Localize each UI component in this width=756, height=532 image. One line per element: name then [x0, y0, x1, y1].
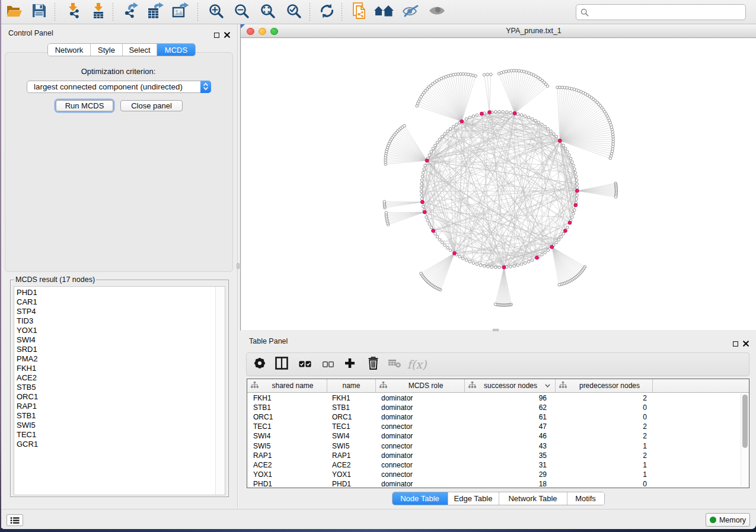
table-cell: 29 — [465, 470, 556, 479]
zoom-in-button[interactable] — [206, 2, 225, 21]
import-network-button[interactable] — [63, 2, 82, 21]
column-header-successor-nodes[interactable]: successor nodes — [465, 379, 556, 392]
mcds-result-item[interactable]: STB1 — [17, 411, 38, 421]
mcds-result-item[interactable]: ACE2 — [17, 373, 38, 383]
shared-column-icon — [468, 382, 476, 390]
mcds-result-item[interactable]: CAR1 — [17, 297, 38, 307]
memory-status-icon — [710, 517, 716, 523]
search-input[interactable] — [576, 4, 746, 20]
window-zoom-button[interactable] — [270, 28, 278, 36]
zoom-selected-button[interactable] — [284, 2, 303, 21]
show-eye-button[interactable] — [428, 2, 446, 21]
save-session-button[interactable] — [30, 2, 49, 21]
window-close-button[interactable] — [247, 28, 254, 36]
mcds-result-item[interactable]: YOX1 — [17, 326, 38, 335]
table-cell: 43 — [465, 442, 556, 450]
mcds-list-scrollbar[interactable] — [215, 287, 225, 495]
table-tab-edge-table[interactable]: Edge Table — [448, 492, 499, 505]
table-row[interactable]: RAP1RAP1dominator352 — [247, 451, 749, 460]
add-column-button[interactable] — [341, 355, 359, 373]
table-options-button[interactable] — [251, 355, 269, 373]
table-row[interactable]: SWI4SWI4dominator462 — [247, 431, 749, 441]
table-row[interactable]: YOX1YOX1connector291 — [247, 470, 749, 479]
close-icon[interactable] — [743, 338, 749, 349]
column-header-predecessor-nodes[interactable]: predecessor nodes — [556, 379, 653, 392]
column-header-name[interactable]: name — [327, 379, 376, 392]
optimization-criterion-label: Optimization criterion: — [0, 67, 237, 76]
mcds-result-item[interactable]: STB5 — [17, 383, 38, 392]
table-row[interactable]: TEC1TEC1connector472 — [247, 422, 749, 431]
network-window-title: YPA_prune.txt_1 — [474, 27, 593, 35]
deselect-all-button[interactable] — [319, 355, 337, 373]
table-row[interactable]: SWI5SWI5connector431 — [247, 441, 749, 450]
table-tab-motifs[interactable]: Motifs — [567, 492, 604, 505]
show-columns-button[interactable] — [273, 355, 291, 373]
refresh-button[interactable] — [317, 2, 336, 21]
mcds-result-item[interactable]: STP4 — [17, 307, 38, 316]
table-tab-node-table[interactable]: Node Table — [393, 492, 448, 505]
plus-icon — [344, 358, 355, 371]
table-row[interactable]: ACE2ACE2connector311 — [247, 460, 749, 470]
table-row[interactable]: ORC1ORC1dominator610 — [247, 412, 749, 422]
zoom-fit-button[interactable] — [258, 2, 277, 21]
network-canvas[interactable] — [241, 39, 756, 330]
export-image-button[interactable] — [171, 2, 190, 21]
optimization-criterion-select[interactable]: largest connected component (undirected) — [27, 81, 211, 93]
mcds-result-item[interactable]: ORC1 — [17, 392, 38, 402]
table-cell: 0 — [556, 403, 653, 412]
mcds-result-item[interactable]: FKH1 — [17, 364, 38, 373]
column-header-shared-name[interactable]: shared name — [247, 379, 327, 392]
close-icon[interactable] — [224, 30, 230, 40]
column-header-MCDS-role[interactable]: MCDS role — [376, 379, 465, 392]
task-history-button[interactable] — [7, 514, 23, 526]
table-tab-network-table[interactable]: Network Table — [499, 492, 567, 505]
memory-button[interactable]: Memory — [706, 513, 750, 527]
control-tab-style[interactable]: Style — [91, 44, 123, 56]
main-toolbar — [0, 0, 756, 24]
zoom-out-button[interactable] — [232, 2, 251, 21]
table-cell: dominator — [376, 403, 465, 412]
mcds-result-item[interactable]: GCR1 — [17, 440, 38, 449]
manage-apps-button[interactable] — [350, 2, 369, 21]
show-all-button[interactable] — [374, 2, 393, 21]
table-cell: YOX1 — [327, 470, 376, 479]
table-row[interactable]: PHD1PHD1dominator180 — [247, 479, 749, 488]
docs-share-icon — [352, 2, 368, 22]
float-icon[interactable] — [214, 30, 219, 40]
run-mcds-button[interactable]: Run MCDS — [56, 100, 113, 111]
table-scrollbar-thumb[interactable] — [742, 395, 748, 448]
mcds-result-item[interactable]: RAP1 — [17, 402, 38, 411]
table-cell: SWI4 — [327, 432, 376, 440]
node-table-rows: FKH1FKH1dominator962STB1STB1dominator620… — [247, 393, 749, 488]
table-row[interactable]: FKH1FKH1dominator962 — [247, 393, 749, 403]
open-file-button[interactable] — [5, 2, 24, 21]
table-row[interactable]: STB1STB1dominator620 — [247, 403, 749, 412]
mcds-result-item[interactable]: PHD1 — [17, 288, 38, 297]
window-minimize-button[interactable] — [259, 28, 266, 36]
delete-column-button[interactable] — [364, 355, 382, 373]
mcds-result-item[interactable]: SWI5 — [17, 421, 38, 430]
control-tab-network[interactable]: Network — [48, 44, 91, 56]
select-all-button[interactable] — [296, 355, 314, 373]
control-tab-mcds[interactable]: MCDS — [157, 44, 195, 56]
mcds-result-list[interactable]: PHD1CAR1STP4TID3YOX1SWI4SRD1PMA2FKH1ACE2… — [14, 286, 225, 495]
table-cell: connector — [376, 442, 465, 450]
table-cell: ORC1 — [247, 413, 327, 421]
mcds-result-item[interactable]: SWI4 — [17, 335, 38, 345]
table-scrollbar[interactable] — [741, 393, 749, 486]
float-icon[interactable] — [733, 338, 738, 349]
gear-icon — [253, 356, 267, 373]
import-table-button[interactable] — [89, 2, 108, 21]
export-network-button[interactable] — [121, 2, 140, 21]
table-cell: 61 — [465, 413, 556, 421]
control-tab-select[interactable]: Select — [123, 44, 157, 56]
network-window-titlebar[interactable]: YPA_prune.txt_1 — [241, 24, 756, 38]
shared-column-icon — [559, 382, 567, 390]
close-panel-button[interactable]: Close panel — [120, 100, 183, 111]
mcds-result-item[interactable]: TEC1 — [17, 430, 38, 440]
mcds-result-item[interactable]: PMA2 — [17, 354, 38, 364]
export-table-button[interactable] — [146, 2, 165, 21]
mcds-result-item[interactable]: TID3 — [17, 316, 38, 326]
hide-selected-button[interactable] — [401, 2, 420, 21]
mcds-result-item[interactable]: SRD1 — [17, 345, 38, 354]
